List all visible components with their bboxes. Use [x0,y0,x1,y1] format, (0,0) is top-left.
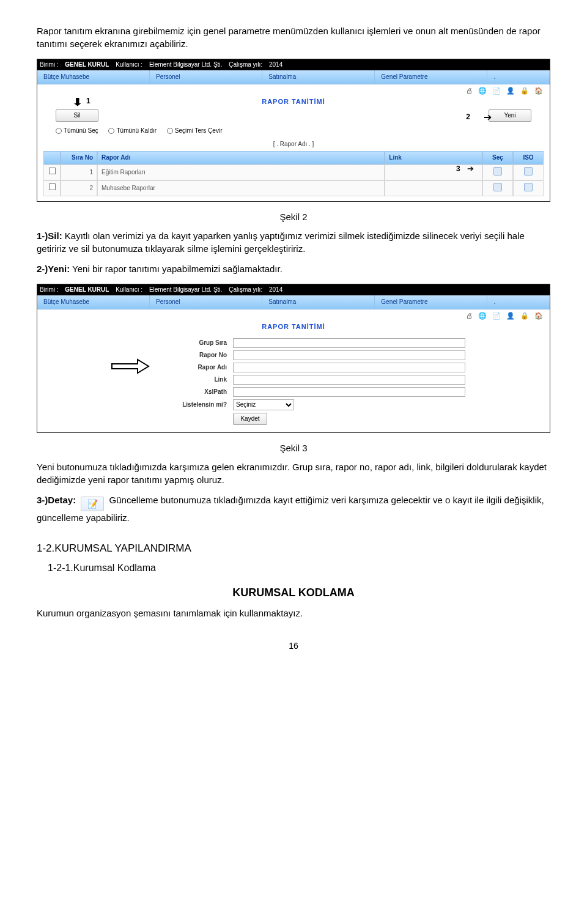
detay-text: Güncelleme butonumuza tıkladığımızda kay… [37,495,544,523]
sil-button[interactable]: Sil [56,109,98,122]
yeni-button[interactable]: Yeni [489,109,531,122]
list-header: [ . Rapor Adı . ] [37,139,550,151]
toolbar-icon[interactable]: 👤 [506,312,517,319]
row-checkbox[interactable] [49,168,56,174]
toolbar-icon[interactable]: 📄 [492,87,503,94]
radio-secimi-ters[interactable]: Seçimi Ters Çevir [167,127,223,134]
screenshot-sekil-2: Birimi : GENEL KURUL Kullanıcı : Element… [37,59,550,202]
menu-more[interactable]: . [487,295,550,309]
kullanici-label: Kullanıcı : [116,286,142,293]
kullanici-value: Element Bilgisayar Ltd. Şti. [149,61,223,68]
birimi-value: GENEL KURUL [65,61,109,68]
kaydet-button[interactable]: Kaydet [233,413,267,425]
yil-value: 2014 [269,61,282,68]
figure-2-caption: Şekil 2 [37,210,550,223]
col-sec: Seç [482,151,513,164]
toolbar-icon[interactable]: 🔒 [520,312,531,319]
table-row: 2 Muhasebe Raporlar [43,180,544,196]
menu-satinalma[interactable]: Satınalma [262,295,375,309]
toolbar-icon[interactable]: 🏠 [534,312,545,319]
fig3-paragraph: Yeni butonumuza tıkladığımızda karşımıza… [37,460,550,486]
toolbar-icon[interactable]: 🖨 [466,312,474,319]
col-check [43,151,61,164]
birimi-label: Birimi : [40,286,59,293]
marker-2: 2 [466,112,470,122]
detail-icon[interactable] [493,167,502,176]
select-listelensin[interactable]: Seçiniz [233,399,294,410]
detail-icon[interactable] [493,183,502,191]
arrow-right-icon [111,358,150,377]
last-paragraph: Kurumun organizasyon şemasını tanımlamak… [37,607,550,619]
menu-satinalma[interactable]: Satınalma [262,70,375,84]
page-title: RAPOR TANİTİMİ [37,322,550,334]
menu-genel-parametre[interactable]: Genel Parametre [375,295,487,309]
input-xslpath[interactable] [233,387,465,397]
birimi-label: Birimi : [40,61,59,68]
detay-label: 3-)Detay: [37,495,76,505]
page-title: RAPOR TANİTİMİ [37,97,550,109]
table-row: 1 Eğitim Raporları 3 ➔ [43,164,544,180]
menubar: Bütçe Muhasebe Personel Satınalma Genel … [37,70,550,84]
kullanici-label: Kullanıcı : [116,61,142,68]
iso-icon[interactable] [524,167,533,176]
input-link[interactable] [233,375,465,385]
arrow-right-icon: ➔ [467,163,474,174]
cell-link [385,180,482,196]
screenshot-sekil-3: Birimi : GENEL KURUL Kullanıcı : Element… [37,284,550,433]
report-table: Sıra No Rapor Adı Link Seç ISO 1 Eğitim … [43,151,544,196]
intro-paragraph: Rapor tanıtım ekranına girebilmemiz için… [37,24,550,50]
toolbar-icon[interactable]: 🏠 [534,87,545,94]
arrow-right-icon: ➔ [484,111,492,124]
label-xslpath: XslPath [37,388,233,396]
label-listelensin: Listelensin mi? [37,401,233,409]
input-rapor-adi[interactable] [233,363,465,372]
toolbar-icon[interactable]: 👤 [506,87,517,94]
toolbar-icons: 🖨 🌐 📄 👤 🔒 🏠 [37,309,550,322]
detay-paragraph: 3-)Detay: 📝 Güncelleme butonumuza tıklad… [37,493,550,524]
table-header-row: Sıra No Rapor Adı Link Seç ISO [43,151,544,164]
heading-kurumsal-kodlama: KURUMSAL KODLAMA [37,585,550,601]
yil-label: Çalışma yılı: [229,61,262,68]
radio-tumunu-kaldir[interactable]: Tümünü Kaldır [108,127,157,134]
input-grup-sira[interactable] [233,338,465,348]
kullanici-value: Element Bilgisayar Ltd. Şti. [149,286,223,293]
toolbar-icon[interactable]: 📄 [492,312,503,319]
radio-label: Seçimi Ters Çevir [175,127,223,134]
radio-tumunu-sec[interactable]: Tümünü Seç [56,127,98,134]
arrow-down-icon: ⬇ [72,95,84,110]
menu-butce[interactable]: Bütçe Muhasebe [37,295,150,309]
marker-1: 1 [86,96,90,106]
cell-sira: 1 [61,164,97,180]
status-bar: Birimi : GENEL KURUL Kullanıcı : Element… [37,284,550,295]
menubar: Bütçe Muhasebe Personel Satınalma Genel … [37,295,550,309]
marker-3: 3 [456,164,460,174]
birimi-value: GENEL KURUL [65,286,109,293]
heading-1-2-1: 1-2-1.Kurumsal Kodlama [37,561,550,575]
menu-more[interactable]: . [487,70,550,84]
yil-label: Çalışma yılı: [229,286,262,293]
sil-text: Kayıtlı olan verimizi ya da kayıt yapark… [37,231,525,254]
toolbar-icon[interactable]: 🔒 [520,87,531,94]
col-iso: ISO [513,151,544,164]
radio-label: Tümünü Seç [64,127,98,134]
menu-butce[interactable]: Bütçe Muhasebe [37,70,150,84]
cell-rapor-adi: Muhasebe Raporlar [97,180,385,196]
col-rapor-adi: Rapor Adı [97,151,385,164]
menu-personel[interactable]: Personel [150,70,262,84]
cell-rapor-adi: Eğitim Raporları [97,164,385,180]
menu-genel-parametre[interactable]: Genel Parametre [375,70,487,84]
toolbar-icon[interactable]: 🌐 [478,312,489,319]
figure-3-caption: Şekil 3 [37,442,550,454]
input-rapor-no[interactable] [233,350,465,360]
toolbar-icon[interactable]: 🌐 [478,87,489,94]
detail-icon: 📝 [81,497,104,511]
iso-icon[interactable] [524,183,533,191]
cell-sira: 2 [61,180,97,196]
toolbar-icons: 🖨 🌐 📄 👤 🔒 🏠 [37,84,550,97]
heading-1-2: 1-2.KURUMSAL YAPILANDIRMA [37,541,550,556]
menu-personel[interactable]: Personel [150,295,262,309]
page-number: 16 [37,640,550,652]
row-checkbox[interactable] [49,183,56,190]
toolbar-icon[interactable]: 🖨 [466,87,474,94]
yeni-label: 2-)Yeni: [37,264,70,274]
